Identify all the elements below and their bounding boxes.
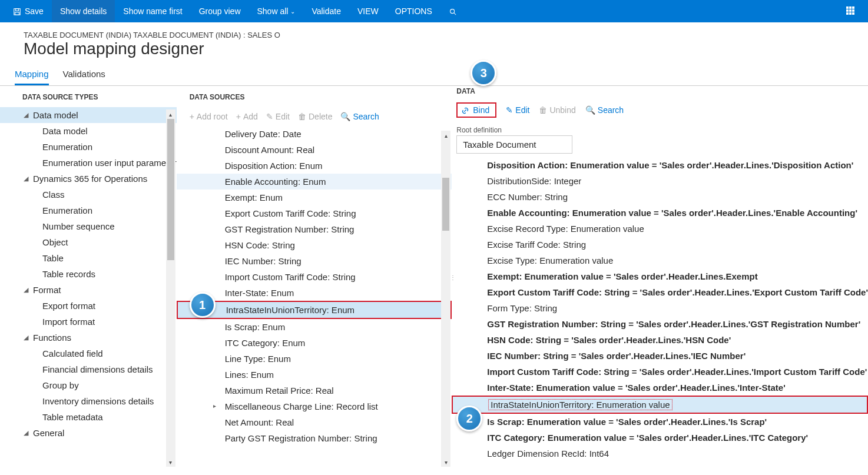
tree-item[interactable]: Calculated field [0,346,177,361]
unbind-button[interactable]: 🗑Unbind [539,105,575,115]
show-all-button[interactable]: Show all ⌄ [249,0,304,22]
list-item[interactable]: Is Scrap: Enum [177,319,452,335]
save-button[interactable]: Save [5,0,52,22]
show-details-button[interactable]: Show details [52,0,115,22]
show-name-first-button[interactable]: Show name first [115,0,190,22]
tree-item[interactable]: Table [0,250,177,266]
scrollbar[interactable]: ▴ ▾ [441,131,450,467]
add-button[interactable]: +Add [236,112,258,121]
model-edit-button[interactable]: ✎Edit [506,105,529,115]
validate-button[interactable]: Validate [303,0,349,22]
scroll-down-icon[interactable]: ▾ [441,457,450,467]
list-item[interactable]: Import Custom Tariff Code: String [177,269,452,285]
list-item[interactable]: Is Scrap: Enumeration value = 'Sales ord… [452,414,868,430]
types-list[interactable]: ◢Data model Data model Enumeration Enume… [0,107,177,464]
tree-item[interactable]: Group by [0,377,177,393]
list-item[interactable]: Net Amount: Real [177,414,452,430]
office-apps-button[interactable] [837,0,863,22]
list-item[interactable]: Excise Type: Enumeration value [452,253,868,268]
tree-item[interactable]: Data model [0,123,177,139]
add-root-button[interactable]: +Add root [190,112,228,121]
tree-item[interactable]: Export format [0,298,177,314]
list-item-intrastate[interactable]: IntraStateInUnionTerritory: Enumeration … [452,396,868,414]
svg-rect-9 [849,9,852,12]
list-item[interactable]: IEC Number: String [177,253,452,269]
list-item[interactable]: Inter-State: Enum [177,285,452,301]
group-view-button[interactable]: Group view [191,0,249,22]
list-item[interactable]: Disposition Action: Enumeration value = … [452,157,868,173]
list-item[interactable]: Party GST Registration Number: String [177,430,452,446]
list-item[interactable]: Ledger Dimension RecId: Int64 [452,446,868,461]
bind-button[interactable]: Bind [456,102,496,118]
list-item[interactable]: Miscellaneous Charge Line: Record list [177,398,452,414]
tree-item[interactable]: Enumeration user input parameter [0,155,177,171]
caret-icon: ◢ [24,286,28,294]
root-definition-value[interactable]: Taxable Document [456,135,572,154]
list-item[interactable]: Enable Accounting: Enumeration value = '… [452,205,868,221]
tree-item[interactable]: Class [0,187,177,202]
tree-item[interactable]: Enumeration [0,202,177,218]
edit-button[interactable]: ✎Edit [266,112,290,121]
scrollbar-thumb[interactable] [167,119,174,260]
list-item[interactable]: ITC Category: Enum [177,335,452,351]
ribbon-search-button[interactable] [440,0,465,22]
svg-line-4 [454,13,456,15]
list-item[interactable]: GST Registration Number: String [177,221,452,237]
delete-button[interactable]: 🗑Delete [298,112,332,121]
tree-item[interactable]: Table metadata [0,409,177,425]
tree-item[interactable]: Object [0,234,177,250]
list-item[interactable]: Import Custom Tariff Code: String = 'Sal… [452,364,868,380]
list-item[interactable]: Form Type: String [452,300,868,316]
list-item[interactable]: Lines: Enum [177,367,452,383]
tab-validations[interactable]: Validations [63,65,105,85]
pencil-icon: ✎ [506,105,513,115]
tree-item[interactable]: Import format [0,314,177,330]
caret-icon: ◢ [24,334,28,341]
sources-list[interactable]: Delivery Date: Date Discount Amount: Rea… [177,126,452,462]
tree-item[interactable]: Inventory dimensions details [0,393,177,409]
list-item[interactable]: Enable Accounting: Enum [177,174,452,190]
list-item[interactable]: Excise Record Type: Enumeration value [452,221,868,237]
tree-item[interactable]: Table records [0,266,177,282]
list-item[interactable]: Delivery Date: Date [177,126,452,142]
options-menu[interactable]: OPTIONS [387,0,440,22]
list-item[interactable]: Excise Tariff Code: String [452,237,868,253]
list-item[interactable]: Discount Amount: Real [177,142,452,158]
tree-item[interactable]: ◢Format [0,282,177,298]
list-item[interactable]: Exempt: Enum [177,190,452,205]
tree-item[interactable]: Number sequence [0,218,177,234]
list-item[interactable]: HSN Code: String [177,237,452,253]
list-item[interactable]: Exempt: Enumeration value = 'Sales order… [452,268,868,284]
tree-item[interactable]: Financial dimensions details [0,361,177,377]
list-item[interactable]: Inter-State: Enumeration value = 'Sales … [452,380,868,396]
model-list[interactable]: Disposition Action: Enumeration value = … [452,157,868,467]
list-item[interactable]: IEC Number: String = 'Sales order'.Heade… [452,348,868,364]
tree-item[interactable]: ◢General [0,425,177,441]
list-item[interactable]: Export Custom Tariff Code: String [177,205,452,221]
list-item[interactable]: HSN Code: String = 'Sales order'.Header.… [452,332,868,348]
list-item[interactable]: GST Registration Number: String = 'Sales… [452,316,868,332]
list-item[interactable]: DistributionSide: Integer [452,173,868,189]
list-item[interactable]: ECC Number: String [452,189,868,205]
scroll-up-icon[interactable]: ▴ [441,131,450,140]
list-item[interactable]: Export Custom Tariff Code: String = 'Sal… [452,284,868,300]
scroll-down-icon[interactable]: ▾ [166,457,175,467]
tab-mapping[interactable]: Mapping [15,65,49,85]
tree-item[interactable]: ◢Data model [0,107,177,123]
scrollbar-thumb[interactable] [442,178,449,231]
tree-item[interactable]: Enumeration [0,139,177,155]
scrollbar[interactable]: ▴ ▾ [166,109,175,467]
tree-item[interactable]: ◢Functions [0,330,177,346]
search-button[interactable]: 🔍Search [340,112,379,121]
scroll-up-icon[interactable]: ▴ [166,109,175,119]
tree-item[interactable]: ◢Dynamics 365 for Operations [0,171,177,187]
list-item[interactable]: Disposition Action: Enum [177,158,452,174]
view-menu[interactable]: VIEW [349,0,387,22]
list-item[interactable]: ITC Category: Enumeration value = 'Sales… [452,430,868,446]
list-item-intrastate[interactable]: IntraStateInUnionTerritory: Enum [177,301,452,319]
svg-rect-2 [15,12,19,15]
list-item[interactable]: Line Type: Enum [177,351,452,367]
save-label: Save [25,6,44,16]
list-item[interactable]: Maximum Retail Price: Real [177,383,452,398]
model-search-button[interactable]: 🔍Search [585,105,624,115]
